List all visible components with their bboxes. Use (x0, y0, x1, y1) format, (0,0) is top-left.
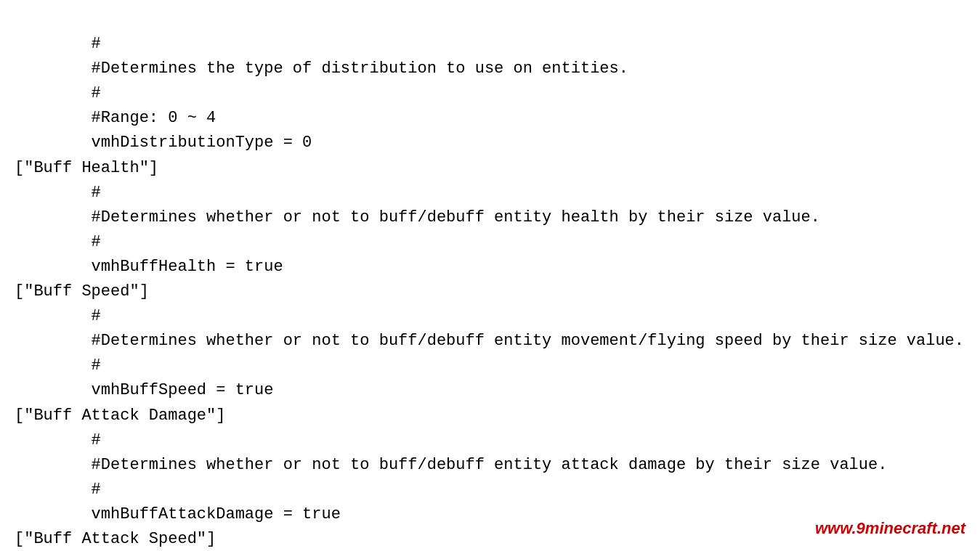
code-line: # (15, 478, 965, 502)
code-line: vmhDistributionType = 0 (15, 131, 965, 155)
code-line: # (15, 181, 965, 205)
code-line: #Determines whether or not to buff/debuf… (15, 453, 965, 478)
code-line: #Determines whether or not to buff/debuf… (15, 329, 965, 354)
code-line: # (15, 32, 965, 57)
code-line: # (15, 354, 965, 378)
code-line: ["Buff Speed"] (15, 279, 965, 304)
code-viewer: # #Determines the type of distribution t… (0, 7, 980, 551)
watermark: www.9minecraft.net (815, 519, 965, 538)
code-line: vmhBuffSpeed = true (15, 378, 965, 403)
code-line: vmhBuffHealth = true (15, 255, 965, 279)
code-line: # (15, 304, 965, 329)
code-line: # (15, 230, 965, 255)
code-line: ["Buff Attack Damage"] (15, 404, 965, 428)
code-line: #Determines whether or not to buff/debuf… (15, 205, 965, 230)
code-line: # (15, 81, 965, 106)
code-line: #Determines the type of distribution to … (15, 57, 965, 81)
code-line: #Range: 0 ~ 4 (15, 106, 965, 131)
code-line: # (15, 428, 965, 453)
code-line: ["Buff Health"] (15, 156, 965, 181)
